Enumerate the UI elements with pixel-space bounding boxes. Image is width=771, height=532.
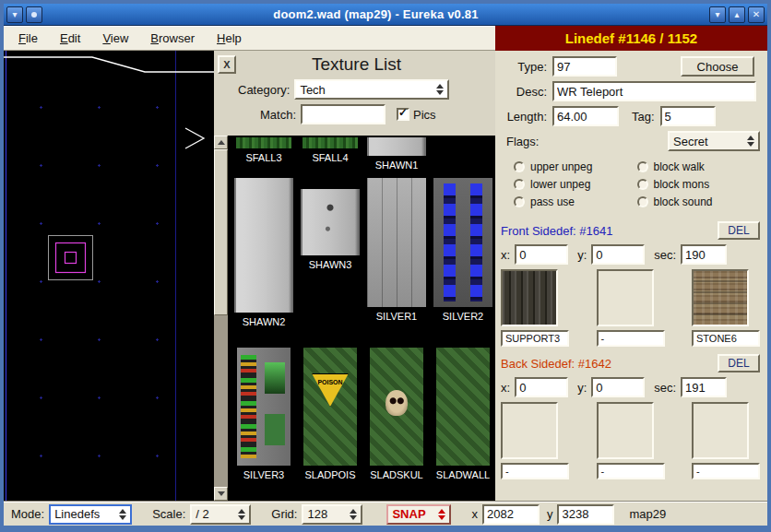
texture-tile-sladskul[interactable]: SLADSKUL — [366, 348, 427, 480]
texture-tile-silver3[interactable]: SILVER3 — [233, 348, 294, 480]
tag-input[interactable] — [660, 106, 716, 126]
length-label: Length: — [501, 110, 547, 124]
texture-tile-shawn1[interactable]: SHAWN1 — [366, 137, 427, 174]
window-menu-icon: ▾ — [12, 9, 17, 19]
match-input[interactable] — [301, 104, 386, 124]
minimize-button[interactable]: ▾ — [709, 6, 726, 23]
front-sec-input[interactable] — [681, 244, 727, 265]
back-middle-texture-preview[interactable] — [597, 402, 654, 459]
texture-name: SLADWALL — [436, 469, 490, 480]
menu-edit[interactable]: Edit — [49, 28, 91, 49]
back-y-input[interactable] — [591, 377, 645, 397]
texture-tile-sfall3[interactable]: SFALL3 — [233, 137, 294, 174]
sticky-pin-button[interactable] — [26, 6, 42, 23]
checkbox-label: block sound — [654, 195, 713, 208]
front-middle-texture-name[interactable]: - — [597, 330, 665, 347]
front-x-input[interactable] — [515, 244, 568, 265]
y-coord-label: y — [547, 507, 553, 521]
texture-name: SLADPOIS — [304, 469, 355, 480]
scale-value: / 2 — [196, 507, 208, 521]
type-input[interactable] — [552, 56, 617, 77]
back-sec-input[interactable] — [681, 377, 727, 397]
window-menu-button[interactable]: ▾ — [6, 6, 23, 23]
front-lower-texture-preview[interactable] — [501, 269, 558, 326]
front-upper-texture-preview[interactable] — [692, 269, 749, 326]
back-x-input[interactable] — [515, 377, 568, 397]
texture-image — [367, 137, 426, 156]
grid-dropdown[interactable]: 128 — [302, 504, 362, 525]
browser-close-button[interactable]: X — [218, 55, 236, 74]
tag-label: Tag: — [632, 110, 655, 124]
pics-checkbox[interactable] — [397, 108, 409, 121]
maximize-button[interactable]: ▴ — [729, 6, 745, 23]
map-canvas[interactable] — [4, 51, 214, 501]
scroll-up-button[interactable] — [214, 136, 228, 149]
front-sidedef-label: Front Sidedef: #1641 — [501, 224, 612, 238]
minimize-icon: ▾ — [715, 9, 719, 19]
texture-tile-shawn3[interactable]: SHAWN3 — [300, 178, 361, 340]
menu-file[interactable]: File — [7, 28, 49, 49]
length-input[interactable] — [552, 106, 619, 126]
checkbox-block-walk[interactable] — [637, 161, 648, 172]
back-lower-texture-preview[interactable] — [501, 402, 558, 459]
snap-toggle[interactable]: SNAP — [386, 504, 451, 525]
flags-label: Flags: — [506, 135, 539, 148]
grid-value: 128 — [307, 507, 327, 521]
front-middle-texture-preview[interactable] — [597, 269, 654, 326]
scale-dropdown[interactable]: / 2 — [190, 504, 251, 525]
front-del-button[interactable]: DEL — [718, 221, 760, 240]
checkbox-upper-unpeg[interactable] — [514, 161, 525, 172]
snap-value: SNAP — [392, 507, 425, 521]
texture-image: POISON — [303, 348, 357, 466]
x-coord-input[interactable] — [482, 504, 540, 525]
front-y-input[interactable] — [591, 244, 645, 265]
y-coord-input[interactable] — [557, 504, 614, 525]
front-upper-texture-name[interactable]: STONE6 — [692, 330, 760, 347]
mode-dropdown[interactable]: Linedefs — [49, 504, 132, 525]
updown-arrows-icon — [232, 509, 245, 520]
category-label: Category: — [238, 83, 290, 97]
texture-name: SHAWN1 — [375, 160, 419, 171]
texture-tile-silver2[interactable]: SILVER2 — [433, 178, 493, 340]
back-upper-texture-name[interactable]: - — [692, 463, 760, 479]
desc-input[interactable] — [552, 81, 756, 101]
texture-name: SFALL3 — [245, 152, 281, 163]
checkbox-label: block walk — [654, 160, 705, 173]
back-sec-label: sec: — [654, 381, 676, 395]
close-button[interactable]: ✕ — [748, 6, 765, 23]
texture-tile-sladwall[interactable]: SLADWALL — [433, 348, 493, 480]
front-lower-texture-name[interactable]: SUPPORT3 — [501, 330, 569, 347]
back-sidedef-label: Back Sidedef: #1642 — [501, 357, 611, 371]
back-middle-texture-name[interactable]: - — [597, 463, 665, 479]
back-lower-texture-name[interactable]: - — [501, 463, 569, 479]
texture-tile-silver1[interactable]: SILVER1 — [366, 178, 427, 340]
choose-button[interactable]: Choose — [681, 56, 754, 77]
back-del-button[interactable]: DEL — [718, 354, 760, 372]
category-dropdown[interactable]: Tech — [294, 79, 449, 100]
texture-tile-sfall4[interactable]: SFALL4 — [300, 137, 361, 174]
menu-view[interactable]: View — [91, 28, 139, 49]
menu-bar: File Edit View Browser Help — [4, 26, 495, 51]
back-upper-texture-preview[interactable] — [692, 402, 749, 459]
texture-scrollbar[interactable] — [214, 136, 228, 501]
scroll-down-button[interactable] — [214, 487, 228, 501]
scrollbar-thumb[interactable] — [214, 149, 228, 315]
maximize-icon: ▴ — [734, 9, 739, 19]
checkbox-pass-use[interactable] — [514, 196, 525, 207]
checkbox-lower-unpeg[interactable] — [514, 179, 525, 190]
menu-help[interactable]: Help — [206, 28, 253, 49]
scrollbar-track[interactable] — [214, 315, 228, 487]
checkbox-block-mons[interactable] — [637, 179, 648, 190]
texture-browser-panel: X Texture List Category: Tech Match: — [214, 51, 495, 501]
browser-body: SFALL3 SFALL4 SHAWN1 — [214, 136, 495, 501]
flags-dropdown[interactable]: Secret — [668, 131, 760, 151]
checkbox-block-sound[interactable] — [637, 196, 648, 207]
texture-tile-shawn2[interactable]: SHAWN2 — [233, 178, 294, 340]
texture-tile-sladpois[interactable]: POISON SLADPOIS — [300, 348, 361, 480]
titlebar[interactable]: ▾ doom2.wad (map29) - Eureka v0.81 ▾ ▴ ✕ — [4, 4, 767, 26]
updown-arrows-icon — [113, 509, 126, 520]
menu-browser[interactable]: Browser — [139, 28, 206, 49]
mode-label: Mode: — [11, 507, 44, 521]
close-icon: ✕ — [753, 9, 760, 19]
flags-value: Secret — [673, 135, 708, 148]
